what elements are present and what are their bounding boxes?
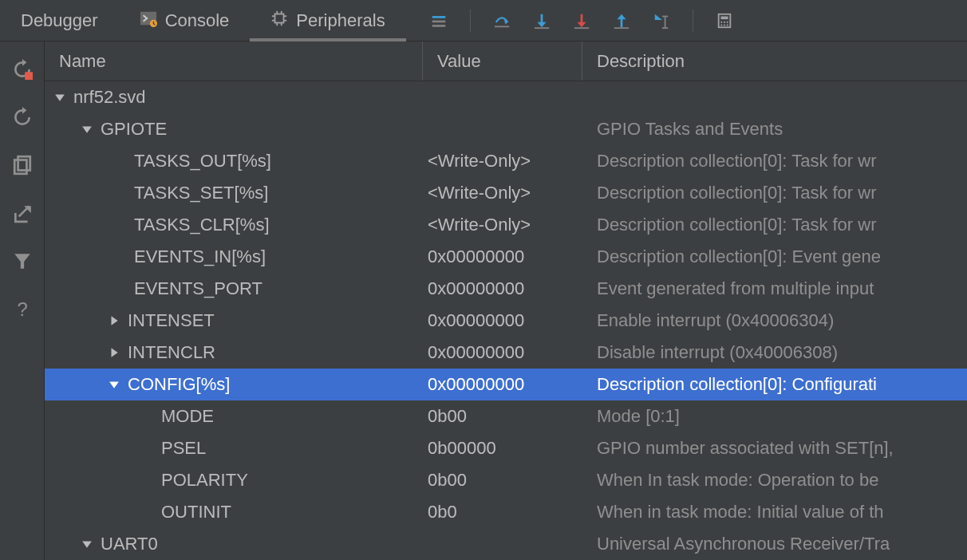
register-name: INTENSET [128,305,215,337]
calculator-icon[interactable] [716,12,733,30]
run-to-cursor-icon[interactable] [653,12,670,30]
column-description-label: Description [597,51,685,72]
arrow-up-blue-icon[interactable] [613,12,630,30]
svg-marker-48 [112,316,118,325]
register-name: TASKS_OUT[%s] [134,145,271,177]
register-name: TASKS_SET[%s] [134,177,268,209]
tree-row-uart0[interactable]: UART0 Universal Asynchronous Receiver/Tr… [45,528,967,560]
svg-point-35 [724,24,725,26]
gpiote-label: GPIOTE [101,113,167,145]
tree-row-field[interactable]: OUTINIT 0b0 When in task mode: Initial v… [45,496,967,528]
step-over-icon[interactable] [493,12,511,30]
tab-debugger[interactable]: Debugger [0,0,119,41]
register-desc: Description collection[0]: Task for wr [597,183,877,203]
register-desc: Disable interrupt (0x40006308) [597,342,838,362]
tab-debugger-label: Debugger [21,10,98,31]
register-desc: Enable interrupt (0x40006304) [597,310,834,330]
tree-row-register[interactable]: TASKS_CLR[%s] <Write-Only> Description c… [45,209,967,241]
lines-icon[interactable] [430,12,448,30]
register-name: TASKS_CLR[%s] [134,209,270,241]
svg-marker-17 [537,22,546,26]
tab-bar: Debugger Console Peripherals [0,0,967,41]
peripherals-tree[interactable]: nrf52.svd GPIOTE GPIO Tasks and Events T… [45,81,967,560]
chevron-down-icon[interactable] [53,90,67,105]
toolbar [406,0,733,41]
register-desc: Description collection[0]: Event gene [597,246,881,266]
register-desc: Event generated from multiple input [597,278,874,298]
svg-point-36 [726,24,728,26]
refresh-stop-icon[interactable] [12,59,33,80]
tab-peripherals-label: Peripherals [296,10,385,31]
svg-marker-23 [617,14,626,18]
tree-row-field[interactable]: PSEL 0b00000 GPIO number associated with… [45,432,967,464]
tree-row-register[interactable]: EVENTS_IN[%s] 0x00000000 Description col… [45,241,967,273]
column-value-label: Value [437,51,481,72]
register-value: 0x00000000 [428,278,524,298]
register-name: EVENTS_IN[%s] [134,241,266,273]
register-name: EVENTS_PORT [134,273,262,305]
chevron-right-icon[interactable] [107,345,121,360]
field-value: 0b00000 [428,438,496,458]
field-desc: GPIO number associated with SET[n], [597,438,894,458]
svg-text:?: ? [17,298,27,319]
register-desc: Description collection[0]: Task for wr [597,151,877,171]
uart0-label: UART0 [101,528,158,560]
field-name: PSEL [161,432,206,464]
column-description[interactable]: Description [582,41,967,81]
svg-rect-38 [25,72,33,80]
toolbar-separator [470,10,471,32]
svg-point-33 [726,21,728,22]
field-name: POLARITY [161,464,248,496]
tab-console[interactable]: Console [119,0,251,41]
toolbar-separator [693,10,693,32]
svg-point-32 [724,21,725,22]
register-value: 0x00000000 [428,246,524,266]
chevron-right-icon[interactable] [107,314,121,328]
tree-row-intenclr[interactable]: INTENCLR 0x00000000 Disable interrupt (0… [45,337,967,369]
tree-row-register[interactable]: TASKS_SET[%s] <Write-Only> Description c… [45,177,967,209]
arrow-down-blue-icon[interactable] [533,12,551,30]
register-value: <Write-Only> [428,183,531,203]
tab-peripherals[interactable]: Peripherals [250,0,405,41]
frames-icon[interactable] [12,155,33,175]
tree-row-config[interactable]: CONFIG[%s] 0x00000000 Description collec… [45,369,967,400]
export-icon[interactable] [12,203,33,223]
field-value: 0b0 [428,502,457,522]
filter-icon[interactable] [12,250,33,271]
field-name: OUTINIT [161,496,231,528]
console-icon [140,10,157,32]
side-gutter: ? [0,41,45,560]
svg-rect-40 [14,160,26,174]
help-icon[interactable]: ? [12,298,33,319]
svg-marker-50 [109,382,119,388]
tree-row-intenset[interactable]: INTENSET 0x00000000 Enable interrupt (0x… [45,305,967,337]
column-name[interactable]: Name [45,41,423,81]
tree-row-register[interactable]: TASKS_OUT[%s] <Write-Only> Description c… [45,145,967,177]
chevron-down-icon[interactable] [107,377,121,392]
svg-marker-47 [82,127,92,133]
refresh-icon[interactable] [12,107,33,128]
tab-console-label: Console [165,10,230,31]
svg-point-31 [720,21,722,22]
tree-root-label: nrf52.svd [73,81,146,113]
field-desc: Mode [0:1] [597,406,680,426]
svg-marker-49 [112,348,118,357]
tree-row-root[interactable]: nrf52.svd [45,81,967,113]
arrow-down-red-icon[interactable] [573,12,590,30]
field-value: 0b00 [428,406,467,426]
tree-row-field[interactable]: MODE 0b00 Mode [0:1] [45,400,967,432]
chevron-down-icon[interactable] [80,122,94,136]
column-value[interactable]: Value [423,41,582,81]
uart0-desc: Universal Asynchronous Receiver/Tra [597,534,890,554]
register-value: 0x00000000 [428,310,524,330]
tree-row-register[interactable]: EVENTS_PORT 0x00000000 Event generated f… [45,273,967,305]
register-desc: Description collection[0]: Task for wr [597,215,877,235]
tree-row-field[interactable]: POLARITY 0b00 When In task mode: Operati… [45,464,967,496]
svg-marker-37 [22,59,26,66]
register-value: 0x00000000 [428,342,524,362]
field-desc: When in task mode: Initial value of th [597,502,884,522]
svg-marker-20 [577,22,586,26]
svg-rect-30 [720,16,728,19]
tree-row-gpiote[interactable]: GPIOTE GPIO Tasks and Events [45,113,967,145]
chevron-down-icon[interactable] [80,537,94,551]
